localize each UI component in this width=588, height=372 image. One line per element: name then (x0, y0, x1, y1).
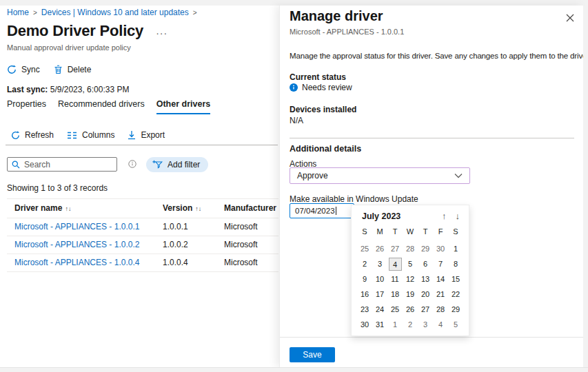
calendar-day[interactable]: 21 (433, 287, 448, 302)
calendar-day-header: S (448, 224, 463, 239)
breadcrumb-home[interactable]: Home (7, 8, 29, 17)
sync-icon (7, 65, 17, 74)
calendar-day-header: M (372, 224, 387, 239)
calendar-day[interactable]: 5 (403, 256, 418, 271)
tab-properties[interactable]: Properties (7, 99, 46, 114)
sync-button[interactable]: Sync (7, 65, 40, 74)
calendar-day-header: S (357, 224, 372, 239)
refresh-icon (11, 131, 20, 140)
right-gutter (583, 6, 588, 367)
calendar-day[interactable]: 1 (448, 241, 463, 256)
calendar-day[interactable]: 25 (357, 241, 372, 256)
calendar-day[interactable]: 6 (418, 256, 433, 271)
page-subtitle: Manual approval driver update policy (7, 43, 131, 52)
driver-name-link[interactable]: Microsoft - APPLIANCES - 1.0.0.2 (7, 236, 163, 254)
column-header-version[interactable]: Version↑↓ (163, 199, 224, 218)
calendar-day[interactable]: 23 (357, 302, 372, 317)
calendar-day[interactable]: 13 (418, 271, 433, 287)
column-header-manufacturer[interactable]: Manufacturer↑↓ (224, 199, 278, 218)
calendar-day[interactable]: 27 (387, 241, 403, 256)
calendar-day[interactable]: 29 (418, 241, 433, 256)
calendar-day[interactable]: 3 (372, 256, 387, 271)
delete-button[interactable]: Delete (54, 65, 92, 74)
calendar-day[interactable]: 30 (433, 241, 448, 256)
export-icon (128, 130, 136, 140)
breadcrumb-devices[interactable]: Devices | Windows 10 and later updates (41, 8, 189, 17)
calendar-day[interactable]: 10 (372, 271, 387, 287)
search-icon (12, 161, 20, 169)
save-button[interactable]: Save (290, 347, 335, 362)
calendar-day[interactable]: 16 (357, 287, 372, 302)
calendar-day-selected[interactable]: 4 (389, 258, 402, 271)
chevron-down-icon (454, 173, 463, 178)
table-row: Microsoft - APPLIANCES - 1.0.0.21.0.0.2M… (7, 236, 278, 254)
calendar-day[interactable]: 7 (433, 256, 448, 271)
trash-icon (54, 65, 63, 74)
calendar-day[interactable]: 18 (387, 287, 403, 302)
calendar-day[interactable]: 2 (357, 256, 372, 271)
calendar-day[interactable]: 22 (448, 287, 463, 302)
calendar-day[interactable]: 25 (387, 302, 403, 317)
calendar-day[interactable]: 2 (403, 317, 418, 332)
chevron-right-icon: > (33, 9, 37, 17)
refresh-button[interactable]: Refresh (11, 130, 54, 140)
search-input[interactable]: Search (7, 157, 117, 172)
export-button[interactable]: Export (128, 130, 165, 140)
top-strip (0, 0, 588, 6)
calendar-day[interactable]: 20 (418, 287, 433, 302)
date-input[interactable]: 07/04/2023 (290, 203, 354, 218)
last-sync-label: Last sync: (7, 85, 48, 94)
calendar-day[interactable]: 12 (403, 271, 418, 287)
calendar-month-label[interactable]: July 2023 (362, 211, 401, 221)
calendar-day[interactable]: 11 (387, 271, 403, 287)
tab-recommended-drivers[interactable]: Recommended drivers (58, 99, 145, 114)
calendar-next-icon[interactable]: ↓ (456, 211, 460, 221)
devices-installed-value: N/A (290, 116, 303, 125)
policy-page: Home > Devices | Windows 10 and later up… (0, 6, 279, 367)
close-icon[interactable] (566, 14, 574, 22)
calendar-day[interactable]: 27 (418, 302, 433, 317)
calendar-day[interactable]: 30 (357, 317, 372, 332)
actions-dropdown[interactable]: Approve (290, 167, 470, 184)
calendar-day[interactable]: 14 (433, 271, 448, 287)
calendar-day[interactable]: 28 (433, 302, 448, 317)
tab-other-drivers[interactable]: Other drivers (156, 99, 211, 114)
calendar-day[interactable]: 31 (372, 317, 387, 332)
panel-description: Manage the approval status for this driv… (290, 52, 588, 60)
driver-name-link[interactable]: Microsoft - APPLIANCES - 1.0.0.4 (7, 254, 163, 271)
last-sync-value: 5/9/2023, 6:00:33 PM (50, 85, 130, 94)
delete-label: Delete (68, 65, 92, 74)
calendar-day[interactable]: 4 (433, 317, 448, 332)
more-options-button[interactable]: ··· (156, 30, 168, 37)
panel-title: Manage driver (290, 8, 383, 24)
calendar-day[interactable]: 8 (448, 256, 463, 271)
calendar-day[interactable]: 26 (403, 302, 418, 317)
calendar-day[interactable]: 29 (448, 302, 463, 317)
driver-name-link[interactable]: Microsoft - APPLIANCES - 1.0.0.1 (7, 218, 163, 236)
manage-driver-panel: Manage driver Microsoft - APPLIANCES - 1… (279, 6, 583, 367)
panel-subtitle: Microsoft - APPLIANCES - 1.0.0.1 (290, 28, 404, 36)
calendar-day[interactable]: 5 (448, 317, 463, 332)
add-filter-button[interactable]: Add filter (146, 157, 208, 172)
calendar-grid: 2526272829301234567891011121314151617181… (357, 241, 469, 332)
calendar-prev-icon[interactable]: ↑ (442, 211, 447, 221)
calendar-day[interactable]: 24 (372, 302, 387, 317)
calendar-day[interactable]: 1 (387, 317, 403, 332)
calendar-day[interactable]: 9 (357, 271, 372, 287)
calendar-day-header: W (403, 224, 418, 239)
calendar-day[interactable]: 15 (448, 271, 463, 287)
current-status-row: Needs review (290, 83, 352, 92)
page-title: Demo Driver Policy (7, 22, 143, 40)
calendar-day[interactable]: 17 (372, 287, 387, 302)
table-row: Microsoft - APPLIANCES - 1.0.0.11.0.0.1M… (7, 218, 278, 236)
calendar-day[interactable]: 26 (372, 241, 387, 256)
search-info-icon[interactable] (128, 160, 136, 168)
version-cell: 1.0.0.2 (163, 236, 224, 254)
calendar-day[interactable]: 3 (418, 317, 433, 332)
sort-icon: ↑↓ (195, 205, 201, 212)
columns-button[interactable]: Columns (67, 130, 114, 140)
additional-details-label: Additional details (290, 144, 361, 154)
calendar-day[interactable]: 28 (403, 241, 418, 256)
calendar-day[interactable]: 19 (403, 287, 418, 302)
column-header-driver-name[interactable]: Driver name↑↓ (7, 199, 163, 218)
